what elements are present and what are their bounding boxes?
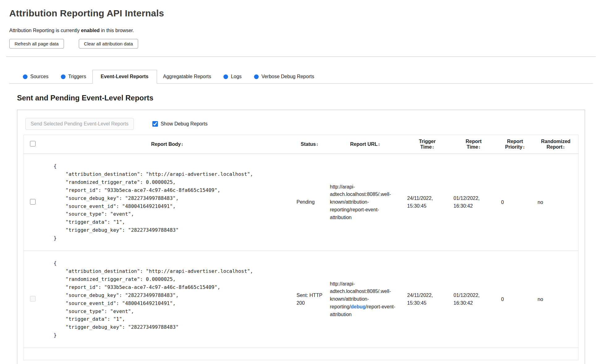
sort-icon: ↕ bbox=[523, 145, 525, 150]
show-debug-reports-checkbox[interactable] bbox=[152, 121, 158, 127]
logs-data-dot-icon bbox=[223, 74, 228, 79]
tab-bar: Sources Triggers Event-Level Reports Agg… bbox=[9, 70, 593, 84]
tab-label: Aggregatable Reports bbox=[163, 74, 211, 79]
tab-aggregatable-reports[interactable]: Aggregatable Reports bbox=[157, 70, 218, 83]
tab-verbose-debug-reports[interactable]: Verbose Debug Reports bbox=[248, 70, 320, 83]
row-select-cell bbox=[24, 251, 42, 348]
report-row-sent: { "attribution_destination": "http://ara… bbox=[24, 251, 579, 348]
table-header-row: Report Body↕ Status↕ Report URL↕ Trigger… bbox=[24, 135, 579, 154]
row-select-checkbox[interactable] bbox=[30, 199, 36, 205]
show-debug-reports-toggle[interactable]: Show Debug Reports bbox=[152, 121, 208, 127]
refresh-all-page-data-button[interactable]: Refresh all page data bbox=[9, 39, 64, 49]
status-enabled-text: enabled bbox=[81, 28, 100, 33]
header-divider bbox=[6, 57, 596, 57]
header-trigger-time[interactable]: Trigger Time↕ bbox=[404, 135, 451, 154]
header-label: Report Body bbox=[151, 142, 181, 147]
panel-controls: Send Selected Pending Event-Level Report… bbox=[23, 118, 579, 130]
event-level-reports-panel: Send Selected Pending Event-Level Report… bbox=[17, 110, 585, 364]
trigger-time-cell: 24/11/2022, 15:30:45 bbox=[404, 154, 451, 251]
header-report-url[interactable]: Report URL↕ bbox=[326, 135, 404, 154]
report-body-json: { "attribution_destination": "http://ara… bbox=[42, 162, 293, 242]
page-title: Attribution Reporting API Internals bbox=[9, 8, 593, 19]
section-heading: Sent and Pending Event-Level Reports bbox=[17, 94, 593, 102]
row-select-checkbox-disabled bbox=[30, 296, 36, 302]
status-text-suffix: in this browser. bbox=[100, 28, 134, 33]
header-label: Report URL bbox=[350, 142, 378, 147]
tab-triggers[interactable]: Triggers bbox=[55, 70, 92, 83]
table-footer-cell bbox=[24, 348, 579, 360]
header-label: Report Priority bbox=[505, 139, 523, 150]
report-url-text: http://arapi-adtech.localhost:8085/.well… bbox=[330, 184, 391, 220]
sort-icon: ↕ bbox=[563, 145, 565, 150]
attribution-internals-page: Attribution Reporting API Internals Attr… bbox=[0, 0, 602, 364]
sort-icon: ↕ bbox=[181, 142, 183, 147]
sources-data-dot-icon bbox=[23, 74, 28, 79]
send-selected-pending-reports-button[interactable]: Send Selected Pending Event-Level Report… bbox=[25, 118, 134, 130]
report-url-cell: http://arapi-adtech.localhost:8085/.well… bbox=[326, 251, 404, 348]
triggers-data-dot-icon bbox=[61, 74, 66, 79]
sort-icon: ↕ bbox=[478, 145, 481, 150]
tab-label: Verbose Debug Reports bbox=[261, 74, 314, 79]
status-cell: Sent: HTTP 200 bbox=[293, 251, 326, 348]
tab-label: Event-Level Reports bbox=[101, 74, 149, 79]
tab-label: Sources bbox=[30, 74, 49, 79]
report-priority-cell: 0 bbox=[497, 154, 533, 251]
report-row-pending: { "attribution_destination": "http://ara… bbox=[24, 154, 579, 251]
report-time-cell: 01/12/2022, 16:30:42 bbox=[451, 251, 497, 348]
event-level-reports-table: Report Body↕ Status↕ Report URL↕ Trigger… bbox=[23, 135, 579, 360]
status-cell: Pending bbox=[293, 154, 326, 251]
report-time-cell: 01/12/2022, 16:30:42 bbox=[451, 154, 497, 251]
toolbar: Refresh all page data Clear all attribut… bbox=[9, 39, 593, 49]
sort-icon: ↕ bbox=[432, 145, 434, 150]
header-label: Randomized Report bbox=[541, 139, 570, 150]
tab-sources[interactable]: Sources bbox=[17, 70, 55, 83]
select-all-header-cell bbox=[24, 135, 42, 154]
report-body-cell: { "attribution_destination": "http://ara… bbox=[42, 251, 293, 348]
tab-logs[interactable]: Logs bbox=[217, 70, 248, 83]
header-report-priority[interactable]: Report Priority↕ bbox=[497, 135, 533, 154]
report-body-cell: { "attribution_destination": "http://ara… bbox=[42, 154, 293, 251]
header-report-time[interactable]: Report Time↕ bbox=[451, 135, 497, 154]
status-line: Attribution Reporting is currently enabl… bbox=[9, 28, 593, 33]
select-all-checkbox[interactable] bbox=[30, 141, 36, 146]
verbose-debug-data-dot-icon bbox=[254, 74, 259, 79]
tab-label: Triggers bbox=[68, 74, 86, 79]
table-footer-row bbox=[24, 348, 579, 360]
randomized-report-cell: no bbox=[533, 251, 579, 348]
randomized-report-cell: no bbox=[533, 154, 579, 251]
report-url-cell: http://arapi-adtech.localhost:8085/.well… bbox=[326, 154, 404, 251]
trigger-time-cell: 24/11/2022, 15:30:45 bbox=[404, 251, 451, 348]
show-debug-reports-label: Show Debug Reports bbox=[161, 121, 208, 127]
sort-icon: ↕ bbox=[316, 142, 318, 147]
tab-label: Logs bbox=[231, 74, 242, 79]
header-randomized-report[interactable]: Randomized Report↕ bbox=[533, 135, 579, 154]
header-status[interactable]: Status↕ bbox=[293, 135, 326, 154]
status-text-prefix: Attribution Reporting is currently bbox=[9, 28, 81, 33]
report-priority-cell: 0 bbox=[497, 251, 533, 348]
clear-all-attribution-data-button[interactable]: Clear all attribution data bbox=[79, 39, 138, 49]
debug-highlight: debug bbox=[351, 304, 366, 309]
report-body-json: { "attribution_destination": "http://ara… bbox=[42, 259, 293, 339]
row-select-cell bbox=[24, 154, 42, 251]
header-report-body[interactable]: Report Body↕ bbox=[42, 135, 293, 154]
sort-icon: ↕ bbox=[378, 142, 380, 147]
header-label: Status bbox=[301, 142, 316, 147]
tab-event-level-reports[interactable]: Event-Level Reports bbox=[92, 70, 157, 84]
